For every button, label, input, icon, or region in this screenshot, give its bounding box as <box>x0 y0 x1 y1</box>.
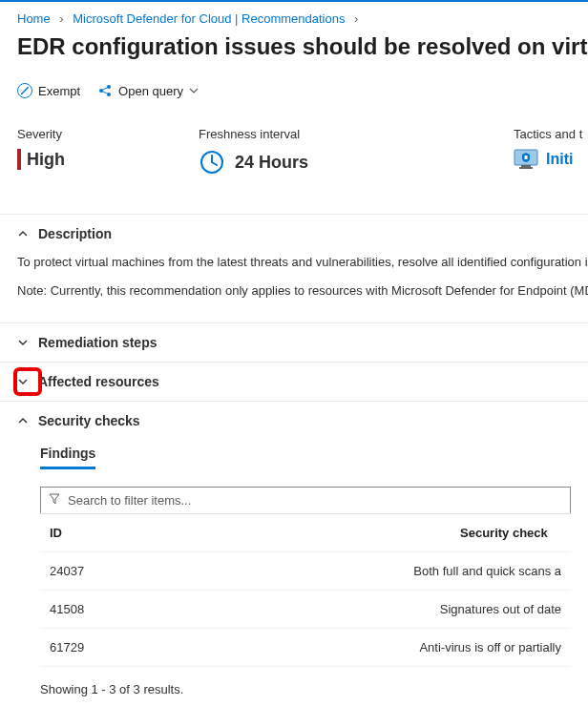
breadcrumb-home[interactable]: Home <box>17 11 51 26</box>
remediation-section: Remediation steps <box>0 323 588 363</box>
exempt-button[interactable]: Exempt <box>17 83 80 98</box>
chevron-right-icon: › <box>354 11 358 26</box>
findings-area: Findings ID Security check 24037Both ful… <box>0 440 588 706</box>
svg-line-4 <box>101 87 109 91</box>
results-count: Showing 1 - 3 of 3 results. <box>40 667 571 706</box>
breadcrumb: Home › Microsoft Defender for Cloud | Re… <box>0 2 588 31</box>
description-body: To protect virtual machines from the lat… <box>0 253 588 322</box>
open-query-button[interactable]: Open query <box>97 83 199 98</box>
freshness-label: Freshness interval <box>199 127 380 141</box>
description-text-1: To protect virtual machines from the lat… <box>17 253 571 272</box>
filter-icon <box>49 493 60 508</box>
svg-rect-12 <box>525 156 528 159</box>
severity-value: High <box>27 150 65 170</box>
cell-id: 61729 <box>50 640 419 654</box>
chevron-down-icon <box>17 376 29 387</box>
cell-security-check: Signatures out of date <box>440 602 561 616</box>
table-row[interactable]: 41508Signatures out of date <box>40 591 571 629</box>
svg-rect-11 <box>519 167 533 169</box>
affected-resources-title: Affected resources <box>38 374 159 389</box>
severity-metric: Severity High <box>17 127 199 176</box>
affected-resources-section: Affected resources <box>0 363 588 402</box>
svg-line-0 <box>21 87 29 94</box>
findings-search[interactable] <box>40 487 571 513</box>
findings-table: ID Security check 24037Both full and qui… <box>40 513 571 667</box>
security-checks-title: Security checks <box>38 413 140 428</box>
security-checks-toggle[interactable]: Security checks <box>0 402 588 440</box>
chevron-right-icon: › <box>59 11 63 26</box>
page-title: EDR configuration issues should be resol… <box>0 31 588 77</box>
description-title: Description <box>38 226 112 241</box>
toolbar: Exempt Open query <box>0 77 588 127</box>
freshness-value: 24 Hours <box>235 153 308 173</box>
chevron-down-icon <box>17 337 29 348</box>
remediation-toggle[interactable]: Remediation steps <box>0 323 588 362</box>
description-toggle[interactable]: Description <box>0 215 588 253</box>
svg-rect-10 <box>521 165 531 167</box>
description-section: Description To protect virtual machines … <box>0 215 588 323</box>
remediation-title: Remediation steps <box>38 335 157 350</box>
description-text-2: Note: Currently, this recommendation onl… <box>17 281 571 301</box>
findings-tab[interactable]: Findings <box>40 446 95 469</box>
svg-line-5 <box>101 91 109 94</box>
exempt-label: Exempt <box>38 84 80 98</box>
tactics-metric: Tactics and t Initi <box>514 127 588 176</box>
security-checks-section: Security checks Findings ID Security che… <box>0 402 588 706</box>
monitor-shield-icon <box>514 149 538 170</box>
tactics-label: Tactics and t <box>514 127 588 141</box>
table-header: ID Security check <box>40 514 571 552</box>
chevron-up-icon <box>17 415 29 426</box>
tactics-link[interactable]: Initi <box>546 151 573 168</box>
breadcrumb-defender[interactable]: Microsoft Defender for Cloud | Recommend… <box>73 11 345 26</box>
table-row[interactable]: 24037Both full and quick scans a <box>40 552 571 591</box>
chevron-down-icon <box>189 84 199 98</box>
chevron-up-icon <box>17 228 29 239</box>
table-row[interactable]: 61729Anti-virus is off or partially <box>40 629 571 667</box>
severity-label: Severity <box>17 127 199 141</box>
open-query-label: Open query <box>118 84 183 98</box>
column-security-check-header[interactable]: Security check <box>460 526 561 540</box>
search-input[interactable] <box>68 493 562 508</box>
metrics-row: Severity High Freshness interval 24 Hour… <box>0 127 588 214</box>
affected-resources-toggle[interactable]: Affected resources <box>0 363 588 401</box>
freshness-metric: Freshness interval 24 Hours <box>199 127 380 176</box>
cell-security-check: Anti-virus is off or partially <box>419 640 561 654</box>
cell-security-check: Both full and quick scans a <box>413 564 561 578</box>
severity-indicator <box>17 149 21 170</box>
cell-id: 41508 <box>50 602 440 616</box>
svg-line-8 <box>212 162 217 165</box>
clock-icon <box>199 149 225 176</box>
cell-id: 24037 <box>50 564 413 578</box>
exempt-icon <box>17 83 32 98</box>
share-icon <box>97 83 113 98</box>
column-id-header[interactable]: ID <box>50 526 460 540</box>
